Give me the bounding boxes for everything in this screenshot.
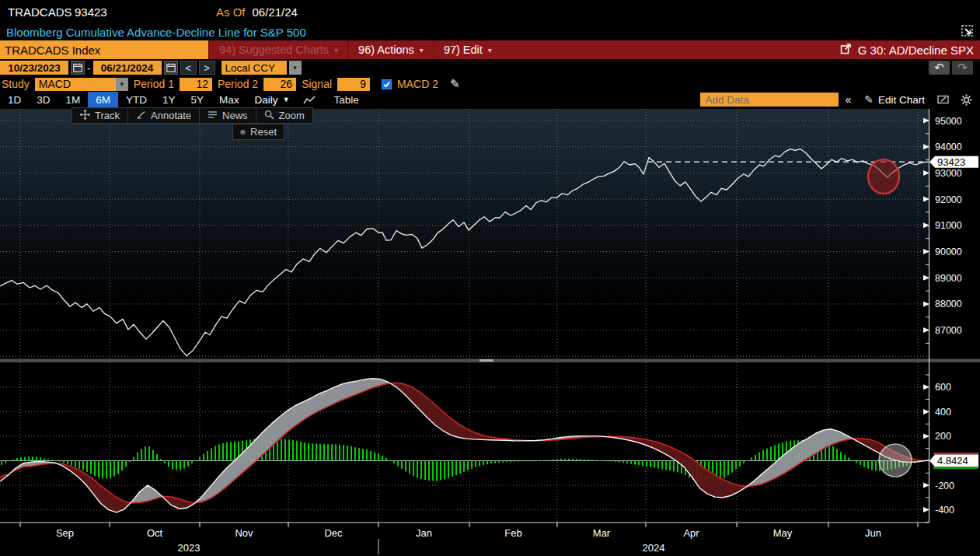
splitter-handle	[480, 359, 493, 362]
undo-redo-group: ↶ ↷	[929, 61, 980, 75]
edit-study-pencil-icon[interactable]: ✎	[450, 77, 460, 91]
tab-3d[interactable]: 3D	[29, 92, 58, 107]
line-chart-type-button[interactable]	[298, 92, 322, 107]
periodicity-value: Daily	[255, 94, 278, 106]
track-icon	[80, 110, 90, 122]
tab-5y[interactable]: 5Y	[183, 92, 212, 107]
security-field[interactable]: TRADCADS Index	[0, 40, 208, 59]
zoom-icon	[264, 110, 274, 122]
calendar-icon[interactable]	[71, 61, 85, 75]
tabs-right-group: « ✎ Edit Chart	[700, 92, 980, 107]
range-tabs-row: 1D3D1M6MYTD1Y5YMax Daily ▼ Table « ✎ Edi…	[0, 92, 980, 107]
annotate-chart-icon-button[interactable]	[932, 92, 955, 107]
end-date-field[interactable]: 06/21/2024	[93, 61, 162, 75]
svg-text:Dec: Dec	[324, 527, 343, 539]
price-annotation-circle	[868, 159, 899, 194]
svg-text:-200: -200	[935, 481, 954, 491]
svg-text:92000: 92000	[935, 194, 962, 205]
study-field-label: Signal	[302, 78, 332, 90]
currency-select[interactable]: Local CCY	[221, 61, 287, 75]
macd2-checkbox[interactable]	[382, 79, 392, 89]
svg-text:600: 600	[935, 382, 951, 393]
next-period-button[interactable]: >	[199, 61, 215, 75]
menu-bar: TRADCADS Index 94) Suggested Charts▾96) …	[0, 40, 980, 59]
chevron-down-icon[interactable]: ▾	[289, 61, 302, 75]
svg-text:Nov: Nov	[235, 527, 253, 539]
bloomberg-terminal-window: TRADCADS 93423 As Of 06/21/24 Bloomberg …	[0, 0, 980, 556]
date-separator: -	[87, 62, 91, 74]
svg-text:91000: 91000	[935, 220, 962, 231]
screen-grab-icon[interactable]	[960, 23, 975, 39]
menu-item--edit[interactable]: 97) Edit▾	[433, 40, 501, 59]
svg-text:94000: 94000	[935, 142, 962, 152]
tab-1d[interactable]: 1D	[0, 92, 29, 107]
range-tabs: 1D3D1M6MYTD1Y5YMax	[0, 92, 247, 107]
study-select-value[interactable]: MACD	[35, 78, 116, 91]
ticker-symbol: TRADCADS	[8, 5, 75, 19]
start-date-field[interactable]: 10/23/2023	[0, 61, 68, 75]
table-button[interactable]: Table	[322, 92, 371, 107]
svg-text:88000: 88000	[935, 299, 962, 309]
chart-template-button[interactable]: G 30: AD/Decline SPX	[840, 40, 980, 59]
tab-1m[interactable]: 1M	[58, 92, 89, 107]
edit-chart-label: Edit Chart	[878, 94, 925, 106]
gear-icon[interactable]	[955, 92, 980, 107]
svg-text:Mar: Mar	[593, 527, 611, 539]
tab-max[interactable]: Max	[211, 92, 247, 107]
study-field-input-period-1[interactable]: 12	[180, 78, 212, 91]
collapse-panel-button[interactable]: «	[839, 92, 857, 107]
macd-annotation-circle	[879, 444, 912, 477]
undo-button[interactable]: ↶	[929, 61, 950, 75]
reset-button[interactable]: Reset	[232, 124, 284, 140]
chevron-down-icon: ▼	[283, 96, 290, 103]
study-row: Study MACD ▾ Period 112Period 226Signal9…	[0, 76, 980, 92]
svg-text:Jan: Jan	[416, 527, 432, 539]
tab-6m[interactable]: 6M	[88, 92, 118, 107]
study-field-label: Period 1	[134, 78, 174, 90]
redo-button[interactable]: ↷	[952, 61, 973, 75]
svg-text:May: May	[773, 527, 793, 539]
svg-text:400: 400	[935, 407, 951, 418]
chart-template-label: G 30: AD/Decline SPX	[858, 44, 974, 57]
reset-label: Reset	[250, 126, 277, 138]
as-of-label: As Of	[216, 5, 246, 19]
tab-ytd[interactable]: YTD	[118, 92, 155, 107]
macd-value-tag: 4.8424	[929, 453, 978, 469]
svg-text:200: 200	[935, 431, 951, 442]
study-field-input-period-2[interactable]: 26	[263, 78, 296, 91]
tab-1y[interactable]: 1Y	[155, 92, 183, 107]
zoom-button[interactable]: Zoom	[256, 108, 312, 123]
news-icon	[208, 110, 218, 122]
main-panel-background	[0, 109, 929, 358]
svg-text:93423: 93423	[937, 156, 965, 168]
svg-text:93000: 93000	[935, 168, 962, 179]
annotate-button[interactable]: Annotate	[127, 108, 199, 123]
periodicity-select[interactable]: Daily ▼	[247, 92, 298, 107]
chart-canvas[interactable]: 9500094000930009200091000900008900088000…	[0, 107, 980, 556]
svg-text:87000: 87000	[935, 325, 962, 336]
svg-text:Apr: Apr	[683, 527, 699, 539]
track-button[interactable]: Track	[72, 108, 127, 123]
menu-item--suggested-charts[interactable]: 94) Suggested Charts▾	[208, 40, 347, 59]
study-field-label: Period 2	[218, 78, 258, 90]
pencil-icon: ✎	[864, 93, 874, 106]
menu-items: 94) Suggested Charts▾96) Actions▾97) Edi…	[208, 40, 501, 59]
edit-chart-button[interactable]: ✎ Edit Chart	[857, 92, 932, 107]
study-select[interactable]: MACD ▾	[35, 78, 128, 91]
calendar-icon[interactable]	[164, 61, 178, 75]
news-button[interactable]: News	[199, 108, 256, 123]
annotate-icon	[136, 110, 146, 122]
date-range-row: 10/23/2023 - 06/21/2024 < > Local CCY ▾ …	[0, 59, 980, 76]
macd2-checkbox-label: MACD 2	[397, 78, 438, 90]
prev-period-button[interactable]: <	[180, 61, 197, 75]
last-price-tag: 93423	[929, 156, 978, 168]
chart-title: Bloomberg Cumulative Advance-Decline Lin…	[6, 26, 306, 39]
study-field-input-signal[interactable]: 9	[337, 78, 370, 91]
subtitle-row: Bloomberg Cumulative Advance-Decline Lin…	[0, 23, 980, 40]
svg-text:89000: 89000	[935, 273, 962, 284]
menu-item--actions[interactable]: 96) Actions▾	[347, 40, 433, 59]
as-of-date: 06/21/24	[253, 5, 298, 19]
svg-text:Sep: Sep	[56, 527, 74, 539]
add-data-input[interactable]	[700, 93, 839, 107]
chevron-down-icon[interactable]: ▾	[116, 78, 128, 91]
